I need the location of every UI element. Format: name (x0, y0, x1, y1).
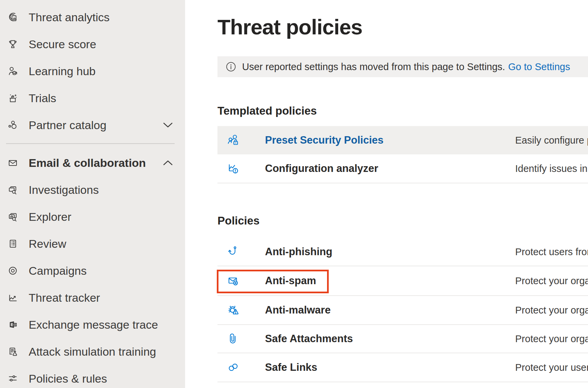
go-to-settings-link[interactable]: Go to Settings (508, 61, 570, 72)
sidebar-item-label: Secure score (29, 38, 96, 51)
sidebar-item-threat-tracker[interactable]: Threat tracker (0, 284, 185, 311)
sidebar-item-review[interactable]: Review (0, 230, 185, 257)
sidebar-item-label: Partner catalog (29, 119, 107, 132)
info-icon (226, 62, 236, 72)
sidebar-item-label: Attack simulation training (29, 345, 156, 358)
page-title: Threat policies (217, 15, 362, 39)
configuration-analyzer-icon (227, 162, 240, 175)
row-title[interactable]: Anti-phishing (265, 246, 332, 258)
row-anti-spam[interactable]: Anti-spam Protect your organiz (217, 266, 588, 296)
sidebar-item-label: Email & collaboration (29, 156, 146, 170)
row-description: Protect your organiz (515, 275, 588, 287)
sidebar-item-exchange-message-trace[interactable]: Exchange message trace (0, 311, 185, 338)
preset-security-policies-icon (227, 133, 240, 147)
learning-hub-icon (7, 65, 19, 77)
banner-text: User reported settings has moved from th… (242, 61, 505, 72)
threat-analytics-icon (7, 11, 19, 23)
sidebar-item-label: Exchange message trace (29, 318, 158, 331)
row-description: Identify issues in you (515, 163, 588, 174)
sidebar: Threat analytics Secure score (0, 0, 185, 388)
anti-spam-icon (227, 274, 240, 288)
sidebar-item-label: Campaigns (29, 264, 87, 277)
partner-catalog-icon (7, 119, 19, 131)
info-banner: User reported settings has moved from th… (217, 56, 588, 77)
sidebar-item-email-collaboration[interactable]: Email & collaboration (0, 149, 185, 176)
row-preset-security-policies[interactable]: Preset Security Policies Easily configur… (217, 126, 588, 154)
secure-score-icon (7, 38, 19, 50)
row-description: Protect your organiz (515, 305, 588, 316)
row-title[interactable]: Anti-malware (265, 304, 331, 316)
sidebar-item-policies-rules[interactable]: Policies & rules (0, 365, 185, 388)
sidebar-item-attack-simulation-training[interactable]: Attack simulation training (0, 338, 185, 365)
row-description: Protect users from p (515, 246, 588, 258)
safe-attachments-icon (227, 332, 240, 346)
row-description: Easily configure prot (515, 135, 588, 146)
section-heading-templated-policies: Templated policies (217, 105, 317, 117)
sidebar-item-label: Threat analytics (29, 11, 110, 24)
policies-rules-icon (7, 373, 19, 384)
sidebar-item-label: Learning hub (29, 65, 96, 78)
sidebar-item-campaigns[interactable]: Campaigns (0, 257, 185, 284)
sidebar-item-threat-analytics[interactable]: Threat analytics (0, 4, 185, 31)
sidebar-nav-list: Threat analytics Secure score (0, 4, 185, 388)
explorer-icon (7, 211, 19, 222)
sidebar-item-label: Review (29, 237, 66, 250)
email-collaboration-icon (7, 157, 19, 169)
sidebar-item-secure-score[interactable]: Secure score (0, 31, 185, 58)
row-safe-links[interactable]: Safe Links Protect your users fr (217, 353, 588, 382)
row-title-link[interactable]: Preset Security Policies (265, 134, 384, 146)
sidebar-item-label: Threat tracker (29, 291, 100, 304)
row-title[interactable]: Safe Attachments (265, 333, 353, 345)
sidebar-item-learning-hub[interactable]: Learning hub (0, 58, 185, 85)
sidebar-item-trials[interactable]: Trials (0, 85, 185, 112)
chevron-down-icon[interactable] (163, 123, 173, 128)
threat-tracker-icon (7, 292, 19, 303)
row-safe-attachments[interactable]: Safe Attachments Protect your organiz (217, 325, 588, 353)
campaigns-icon (7, 265, 19, 276)
sidebar-item-label: Policies & rules (29, 372, 107, 385)
sidebar-item-partner-catalog[interactable]: Partner catalog (0, 112, 185, 139)
exchange-icon (7, 319, 19, 330)
sidebar-divider (6, 143, 175, 144)
sidebar-item-investigations[interactable]: Investigations (0, 176, 185, 203)
anti-phishing-icon (227, 245, 240, 259)
trials-icon (7, 92, 19, 104)
row-anti-malware[interactable]: Anti-malware Protect your organiz (217, 296, 588, 325)
safe-links-icon (227, 361, 240, 374)
row-description: Protect your users fr (515, 362, 588, 373)
sidebar-item-label: Investigations (29, 183, 99, 197)
row-configuration-analyzer[interactable]: Configuration analyzer Identify issues i… (217, 154, 588, 183)
attack-simulation-icon (7, 346, 19, 357)
sidebar-item-explorer[interactable]: Explorer (0, 203, 185, 230)
row-title[interactable]: Configuration analyzer (265, 162, 378, 175)
section-heading-policies: Policies (217, 214, 260, 227)
row-anti-phishing[interactable]: Anti-phishing Protect users from p (217, 238, 588, 266)
chevron-up-icon[interactable] (163, 160, 173, 166)
sidebar-item-label: Explorer (29, 210, 71, 223)
main-content: Threat policies User reported settings h… (185, 0, 588, 388)
anti-malware-icon (227, 303, 240, 317)
row-title[interactable]: Anti-spam (265, 275, 316, 287)
sidebar-item-label: Trials (29, 92, 56, 105)
row-description: Protect your organiz (515, 333, 588, 345)
threat-policies-screen: Threat analytics Secure score (0, 0, 588, 388)
investigations-icon (7, 184, 19, 196)
row-title[interactable]: Safe Links (265, 361, 317, 374)
review-icon (7, 238, 19, 249)
